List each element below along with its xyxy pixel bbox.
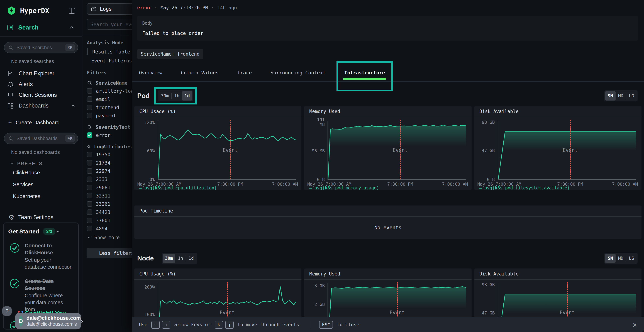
checkbox-checked-icon[interactable]	[87, 132, 92, 138]
sidebar-item-chart-explorer[interactable]: Chart Explorer	[3, 68, 79, 79]
less-filters-button[interactable]: Less filters	[87, 248, 132, 258]
filter-option[interactable]: error	[82, 131, 132, 139]
node-size-toggle-option-lg[interactable]: LG	[626, 254, 637, 263]
node-section-header: Node 30m1h1d SMMDLG	[135, 253, 638, 264]
node-time-range-toggle-option-1h[interactable]: 1h	[175, 254, 186, 263]
saved-searches-input[interactable]: ⌘K	[4, 42, 78, 53]
sidebar-collapse-icon[interactable]	[68, 7, 76, 15]
checkbox-icon[interactable]	[87, 96, 92, 102]
profile-org: dale@clickhouse.com's	[26, 321, 81, 327]
create-dashboard-label: Create Dashboard	[16, 120, 60, 126]
checkbox-icon[interactable]	[87, 218, 92, 223]
tab-column-values[interactable]: Column Values	[181, 66, 218, 81]
checkbox-icon[interactable]	[87, 210, 92, 215]
sidebar-item-client-sessions[interactable]: Client Sessions	[3, 90, 79, 100]
tab-overview[interactable]: Overview	[139, 66, 162, 81]
pod-timeline-title: Pod Timeline	[134, 206, 642, 216]
checkbox-icon[interactable]	[87, 193, 92, 198]
node-time-range-toggle-option-1d[interactable]: 1d	[186, 254, 196, 263]
pod-time-range-toggle-option-1d[interactable]: 1d	[182, 91, 192, 100]
filter-group-servicename: ServiceName artillery-loadgen email fron…	[82, 80, 132, 120]
checkbox-icon[interactable]	[87, 105, 92, 110]
get-started-progress-badge: 3/3	[43, 228, 55, 235]
chart-title: CPU Usage (%)	[134, 268, 302, 280]
source-select-label: Logs	[100, 6, 112, 12]
get-started-item-title: Connect to ClickHouse	[25, 242, 74, 256]
sidebar-item-team-settings[interactable]: ⚙ Team Settings	[3, 202, 79, 221]
checkbox-icon[interactable]	[87, 168, 92, 174]
checkbox-icon[interactable]	[87, 201, 92, 206]
filter-option[interactable]: 33261	[82, 200, 132, 208]
filter-option[interactable]: 34423	[82, 208, 132, 216]
event-search-input[interactable]	[87, 19, 132, 30]
filter-option[interactable]: 19350	[82, 150, 132, 159]
sidebar-item-alerts[interactable]: Alerts	[3, 79, 79, 90]
bell-icon	[7, 81, 14, 88]
service-name-chip[interactable]: ServiceName: frontend	[137, 49, 203, 59]
saved-dashboards-field[interactable]	[16, 136, 65, 141]
node-size-toggle-option-sm[interactable]: SM	[605, 254, 616, 263]
presets-toggle[interactable]: PRESETS	[3, 156, 79, 167]
profile-card[interactable]: D dale@clickhouse.com dale@clickhouse.co…	[16, 313, 81, 329]
tab-trace[interactable]: Trace	[237, 66, 252, 81]
close-icon[interactable]: ✕	[632, 321, 637, 328]
preset-item-clickhouse[interactable]: ClickHouse	[3, 167, 79, 178]
annotation-box	[336, 61, 393, 91]
shortcut-badge: ⌘K	[65, 135, 75, 142]
checkbox-icon[interactable]	[87, 185, 92, 190]
filter-option[interactable]: 29081	[82, 183, 132, 192]
filter-option[interactable]: 32311	[82, 192, 132, 200]
pod-size-toggle-option-md[interactable]: MD	[616, 91, 626, 100]
node-size-toggle-option-md[interactable]: MD	[616, 254, 626, 263]
filter-option[interactable]: frontend	[82, 103, 132, 112]
magnifier-icon	[87, 80, 92, 86]
sidebar-item-search[interactable]: Search	[0, 16, 82, 31]
pod-time-range-toggle-option-1h[interactable]: 1h	[172, 91, 182, 100]
pod-time-range-toggle-option-30m[interactable]: 30m	[158, 91, 171, 100]
chart-plot[interactable]: Event May 26 7:00:00 AM 7:30:00 PM 7:00:…	[498, 121, 636, 180]
get-started-item[interactable]: Connect to ClickHouse Set up your databa…	[8, 242, 74, 271]
filter-option[interactable]: email	[82, 95, 132, 103]
pod-size-toggle-option-sm[interactable]: SM	[605, 91, 616, 100]
help-button[interactable]: ?	[2, 306, 12, 316]
analysis-mode-event-patterns[interactable]: Event Patterns	[82, 56, 132, 65]
preset-item-services[interactable]: Services	[3, 178, 79, 190]
saved-dashboards-input[interactable]: ⌘K	[4, 133, 78, 144]
chart-plot[interactable]: Event May 26 7:00:00 AM 7:30:00 PM 7:00:…	[158, 121, 296, 180]
chevron-up-icon[interactable]	[70, 103, 76, 108]
checkbox-icon[interactable]	[87, 88, 92, 94]
filter-option[interactable]: 21734	[82, 159, 132, 167]
filter-option[interactable]: payment	[82, 112, 132, 120]
preset-item-kubernetes[interactable]: Kubernetes	[3, 190, 79, 202]
chevron-up-icon[interactable]	[56, 229, 61, 234]
source-select[interactable]: Logs	[87, 3, 132, 15]
filter-option[interactable]: 4894	[82, 224, 132, 233]
magnifier-icon	[87, 144, 91, 149]
show-more-button[interactable]: Show more	[82, 233, 132, 240]
filter-option[interactable]: 22974	[82, 167, 132, 175]
pod-size-toggle-option-lg[interactable]: LG	[626, 91, 637, 100]
tab-surrounding-context[interactable]: Surrounding Context	[270, 66, 326, 81]
checkbox-icon[interactable]	[87, 160, 92, 166]
checkbox-icon[interactable]	[87, 113, 92, 118]
sidebar-item-label: Dashboards	[18, 102, 70, 109]
tab-infrastructure[interactable]: Infrastructure	[344, 66, 385, 81]
filter-option[interactable]: 37801	[82, 216, 132, 224]
saved-searches-field[interactable]	[16, 45, 65, 50]
analysis-mode-results-table[interactable]: Results Table	[82, 47, 132, 56]
chevron-up-icon[interactable]	[68, 24, 75, 31]
j-key: j	[225, 321, 234, 329]
checkbox-icon[interactable]	[87, 226, 92, 231]
shortcut-badge: ⌘K	[65, 44, 75, 51]
filter-option[interactable]: 2333	[82, 175, 132, 183]
sidebar-item-dashboards[interactable]: Dashboards	[3, 100, 79, 111]
checkbox-icon[interactable]	[87, 176, 92, 182]
checkbox-icon[interactable]	[87, 152, 92, 157]
node-time-range-toggle-option-30m[interactable]: 30m	[162, 254, 175, 263]
filter-option[interactable]: artillery-loadgen	[82, 87, 132, 95]
brand-name: HyperDX	[20, 7, 68, 15]
get-started-item[interactable]: Create Data Sources Configure where your…	[8, 278, 74, 313]
event-marker-label: Event	[560, 310, 574, 315]
create-dashboard-button[interactable]: + Create Dashboard	[3, 118, 79, 128]
chart-plot[interactable]: Event May 26 7:00:00 AM 7:30:00 PM 7:00:…	[328, 121, 466, 180]
